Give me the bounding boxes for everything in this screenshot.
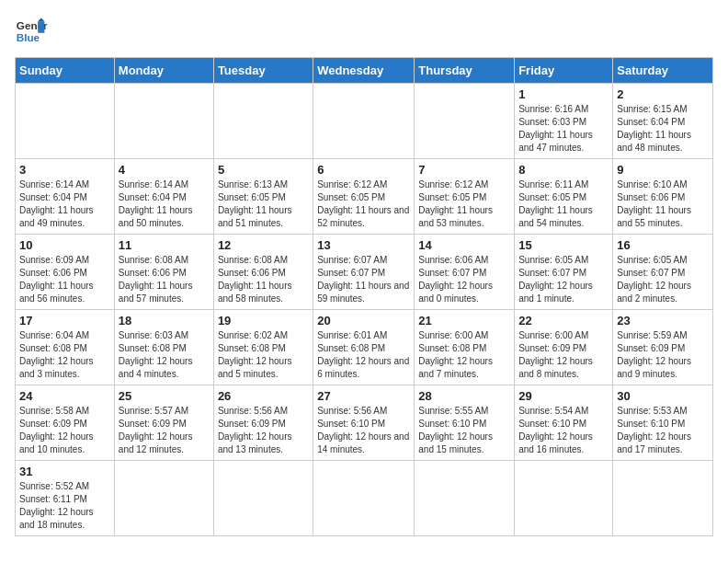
day-number: 31 [19, 465, 110, 478]
day-number: 2 [617, 87, 709, 101]
day-number: 23 [617, 314, 709, 327]
day-number: 27 [317, 389, 410, 403]
week-row-1: 3Sunrise: 6:14 AM Sunset: 6:04 PM Daylig… [16, 159, 713, 235]
day-info: Sunrise: 5:56 AM Sunset: 6:09 PM Dayligh… [218, 405, 309, 456]
week-row-2: 10Sunrise: 6:09 AM Sunset: 6:06 PM Dayli… [16, 235, 713, 310]
day-info: Sunrise: 5:55 AM Sunset: 6:10 PM Dayligh… [418, 405, 510, 456]
day-cell [213, 84, 313, 159]
day-info: Sunrise: 6:07 AM Sunset: 6:07 PM Dayligh… [317, 254, 410, 305]
day-cell [515, 461, 613, 536]
day-info: Sunrise: 6:15 AM Sunset: 6:04 PM Dayligh… [617, 103, 709, 155]
day-info: Sunrise: 6:03 AM Sunset: 6:08 PM Dayligh… [119, 329, 210, 381]
day-info: Sunrise: 5:56 AM Sunset: 6:10 PM Dayligh… [317, 405, 410, 456]
day-cell: 17Sunrise: 6:04 AM Sunset: 6:08 PM Dayli… [16, 310, 115, 385]
logo: General Blue [15, 15, 48, 48]
day-cell: 19Sunrise: 6:02 AM Sunset: 6:08 PM Dayli… [213, 310, 313, 385]
day-info: Sunrise: 6:00 AM Sunset: 6:08 PM Dayligh… [418, 329, 510, 381]
generalblue-logo-icon: General Blue [15, 15, 48, 48]
day-cell: 29Sunrise: 5:54 AM Sunset: 6:10 PM Dayli… [515, 385, 613, 461]
day-number: 1 [518, 87, 609, 101]
day-cell: 13Sunrise: 6:07 AM Sunset: 6:07 PM Dayli… [313, 235, 415, 310]
day-number: 17 [19, 314, 110, 327]
day-number: 12 [218, 238, 309, 252]
day-info: Sunrise: 6:12 AM Sunset: 6:05 PM Dayligh… [418, 178, 510, 230]
day-info: Sunrise: 6:14 AM Sunset: 6:04 PM Dayligh… [119, 178, 210, 230]
day-info: Sunrise: 6:10 AM Sunset: 6:06 PM Dayligh… [617, 178, 709, 230]
day-number: 8 [518, 163, 609, 177]
day-cell [313, 461, 415, 536]
day-info: Sunrise: 6:08 AM Sunset: 6:06 PM Dayligh… [218, 254, 309, 305]
day-cell: 24Sunrise: 5:58 AM Sunset: 6:09 PM Dayli… [16, 385, 115, 461]
day-cell [415, 461, 515, 536]
day-info: Sunrise: 6:02 AM Sunset: 6:08 PM Dayligh… [218, 329, 309, 381]
day-info: Sunrise: 6:01 AM Sunset: 6:08 PM Dayligh… [317, 329, 410, 381]
header: General Blue [15, 15, 713, 48]
weekday-header-friday: Friday [515, 58, 613, 84]
day-number: 30 [617, 389, 709, 403]
weekday-header-monday: Monday [114, 58, 213, 84]
day-cell [114, 84, 213, 159]
day-info: Sunrise: 6:08 AM Sunset: 6:06 PM Dayligh… [119, 254, 210, 305]
day-cell: 6Sunrise: 6:12 AM Sunset: 6:05 PM Daylig… [313, 159, 415, 235]
day-cell: 25Sunrise: 5:57 AM Sunset: 6:09 PM Dayli… [114, 385, 213, 461]
day-info: Sunrise: 6:05 AM Sunset: 6:07 PM Dayligh… [518, 254, 609, 305]
day-cell: 27Sunrise: 5:56 AM Sunset: 6:10 PM Dayli… [313, 385, 415, 461]
day-number: 13 [317, 238, 410, 252]
day-number: 11 [119, 238, 210, 252]
day-cell: 30Sunrise: 5:53 AM Sunset: 6:10 PM Dayli… [613, 385, 713, 461]
day-number: 21 [418, 314, 510, 327]
day-info: Sunrise: 6:14 AM Sunset: 6:04 PM Dayligh… [19, 178, 110, 230]
day-info: Sunrise: 6:09 AM Sunset: 6:06 PM Dayligh… [19, 254, 110, 305]
day-info: Sunrise: 5:53 AM Sunset: 6:10 PM Dayligh… [617, 405, 709, 456]
day-cell: 22Sunrise: 6:00 AM Sunset: 6:09 PM Dayli… [515, 310, 613, 385]
day-info: Sunrise: 5:58 AM Sunset: 6:09 PM Dayligh… [19, 405, 110, 456]
day-number: 4 [119, 163, 210, 177]
day-cell: 14Sunrise: 6:06 AM Sunset: 6:07 PM Dayli… [415, 235, 515, 310]
day-cell [16, 84, 115, 159]
day-cell [613, 461, 713, 536]
day-number: 10 [19, 238, 110, 252]
day-cell: 8Sunrise: 6:11 AM Sunset: 6:05 PM Daylig… [515, 159, 613, 235]
day-cell: 23Sunrise: 5:59 AM Sunset: 6:09 PM Dayli… [613, 310, 713, 385]
day-cell [415, 84, 515, 159]
day-info: Sunrise: 5:57 AM Sunset: 6:09 PM Dayligh… [119, 405, 210, 456]
day-info: Sunrise: 6:00 AM Sunset: 6:09 PM Dayligh… [518, 329, 609, 381]
day-cell: 21Sunrise: 6:00 AM Sunset: 6:08 PM Dayli… [415, 310, 515, 385]
weekday-header-sunday: Sunday [16, 58, 115, 84]
day-number: 24 [19, 389, 110, 403]
day-number: 5 [218, 163, 309, 177]
day-number: 6 [317, 163, 410, 177]
week-row-3: 17Sunrise: 6:04 AM Sunset: 6:08 PM Dayli… [16, 310, 713, 385]
day-info: Sunrise: 6:06 AM Sunset: 6:07 PM Dayligh… [418, 254, 510, 305]
day-number: 14 [418, 238, 510, 252]
svg-marker-2 [38, 21, 44, 33]
day-cell: 9Sunrise: 6:10 AM Sunset: 6:06 PM Daylig… [613, 159, 713, 235]
day-cell: 2Sunrise: 6:15 AM Sunset: 6:04 PM Daylig… [613, 84, 713, 159]
calendar-table: SundayMondayTuesdayWednesdayThursdayFrid… [15, 57, 713, 536]
day-cell: 7Sunrise: 6:12 AM Sunset: 6:05 PM Daylig… [415, 159, 515, 235]
day-cell: 3Sunrise: 6:14 AM Sunset: 6:04 PM Daylig… [16, 159, 115, 235]
day-cell: 10Sunrise: 6:09 AM Sunset: 6:06 PM Dayli… [16, 235, 115, 310]
day-info: Sunrise: 6:13 AM Sunset: 6:05 PM Dayligh… [218, 178, 309, 230]
day-number: 16 [617, 238, 709, 252]
day-cell: 26Sunrise: 5:56 AM Sunset: 6:09 PM Dayli… [213, 385, 313, 461]
week-row-4: 24Sunrise: 5:58 AM Sunset: 6:09 PM Dayli… [16, 385, 713, 461]
week-row-5: 31Sunrise: 5:52 AM Sunset: 6:11 PM Dayli… [16, 461, 713, 536]
day-number: 3 [19, 163, 110, 177]
day-cell: 15Sunrise: 6:05 AM Sunset: 6:07 PM Dayli… [515, 235, 613, 310]
day-number: 29 [518, 389, 609, 403]
day-number: 18 [119, 314, 210, 327]
weekday-header-row: SundayMondayTuesdayWednesdayThursdayFrid… [16, 58, 713, 84]
day-cell: 18Sunrise: 6:03 AM Sunset: 6:08 PM Dayli… [114, 310, 213, 385]
day-cell: 20Sunrise: 6:01 AM Sunset: 6:08 PM Dayli… [313, 310, 415, 385]
weekday-header-wednesday: Wednesday [313, 58, 415, 84]
day-number: 20 [317, 314, 410, 327]
day-info: Sunrise: 6:04 AM Sunset: 6:08 PM Dayligh… [19, 329, 110, 381]
day-info: Sunrise: 5:59 AM Sunset: 6:09 PM Dayligh… [617, 329, 709, 381]
day-number: 25 [119, 389, 210, 403]
day-cell: 28Sunrise: 5:55 AM Sunset: 6:10 PM Dayli… [415, 385, 515, 461]
weekday-header-saturday: Saturday [613, 58, 713, 84]
weekday-header-thursday: Thursday [415, 58, 515, 84]
day-info: Sunrise: 6:11 AM Sunset: 6:05 PM Dayligh… [518, 178, 609, 230]
day-number: 22 [518, 314, 609, 327]
